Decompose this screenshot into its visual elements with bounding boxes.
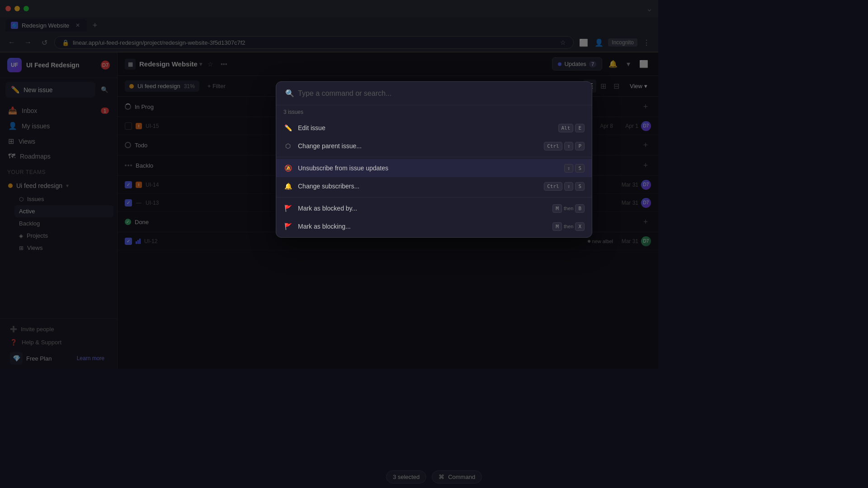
change-parent-label: Change parent issue... [298, 142, 538, 150]
flag-icon: 🚩 [283, 204, 292, 213]
divider [276, 197, 592, 197]
mark-blocked-shortcuts: M then B [552, 204, 585, 213]
e-key: E [575, 124, 585, 132]
change-subscribers-shortcuts: Ctrl ⇧ S [544, 182, 585, 191]
s-key: S [575, 164, 585, 173]
ctrl-key: Ctrl [544, 142, 562, 150]
pencil-icon: ✏️ [283, 123, 292, 132]
command-palette: 🔍 3 issues ✏️ Edit issue Alt E ⬡ Change … [276, 81, 592, 238]
command-item-change-parent[interactable]: ⬡ Change parent issue... Ctrl ⇧ P [276, 137, 592, 155]
command-item-change-subscribers[interactable]: 🔔 Change subscribers... Ctrl ⇧ S [276, 177, 592, 195]
mark-blocking-label: Mark as blocking... [298, 223, 547, 230]
command-item-mark-blocked[interactable]: 🚩 Mark as blocked by... M then B [276, 199, 592, 217]
x-key: X [575, 222, 585, 231]
shift-key: ⇧ [564, 142, 574, 150]
alt-key: Alt [558, 124, 574, 132]
ctrl-key: Ctrl [544, 182, 562, 191]
flag-alt-icon: 🚩 [283, 222, 292, 231]
b-key: B [575, 204, 585, 213]
command-input[interactable] [298, 89, 583, 98]
command-palette-overlay[interactable]: 🔍 3 issues ✏️ Edit issue Alt E ⬡ Change … [0, 0, 658, 369]
s-key: S [575, 182, 585, 191]
bell-off-icon: 🔕 [283, 164, 292, 173]
command-input-wrapper: 🔍 [285, 89, 583, 98]
then-text: then [564, 224, 573, 229]
m-key: M [552, 204, 562, 213]
shift-key: ⇧ [564, 164, 574, 173]
edit-issue-label: Edit issue [298, 124, 553, 131]
change-parent-shortcuts: Ctrl ⇧ P [544, 142, 585, 150]
command-item-edit-issue[interactable]: ✏️ Edit issue Alt E [276, 119, 592, 137]
search-icon: 🔍 [285, 89, 294, 98]
divider [276, 157, 592, 157]
issues-count: 3 issues [276, 105, 592, 117]
shift-key: ⇧ [564, 182, 574, 191]
command-item-mark-blocking[interactable]: 🚩 Mark as blocking... M then X [276, 217, 592, 235]
edit-issue-shortcuts: Alt E [558, 124, 585, 132]
mark-blocked-label: Mark as blocked by... [298, 205, 547, 212]
command-item-unsubscribe[interactable]: 🔕 Unsubscribe from issue updates ⇧ S [276, 159, 592, 177]
unsubscribe-label: Unsubscribe from issue updates [298, 164, 559, 172]
unsubscribe-shortcuts: ⇧ S [564, 164, 585, 173]
p-key: P [575, 142, 585, 150]
then-text: then [564, 206, 573, 211]
command-search-area: 🔍 [276, 82, 592, 105]
m-key: M [552, 222, 562, 231]
change-subscribers-label: Change subscribers... [298, 183, 538, 190]
bell-icon: 🔔 [283, 182, 292, 191]
command-items: ✏️ Edit issue Alt E ⬡ Change parent issu… [276, 117, 592, 237]
mark-blocking-shortcuts: M then X [552, 222, 585, 231]
parent-icon: ⬡ [283, 141, 292, 150]
